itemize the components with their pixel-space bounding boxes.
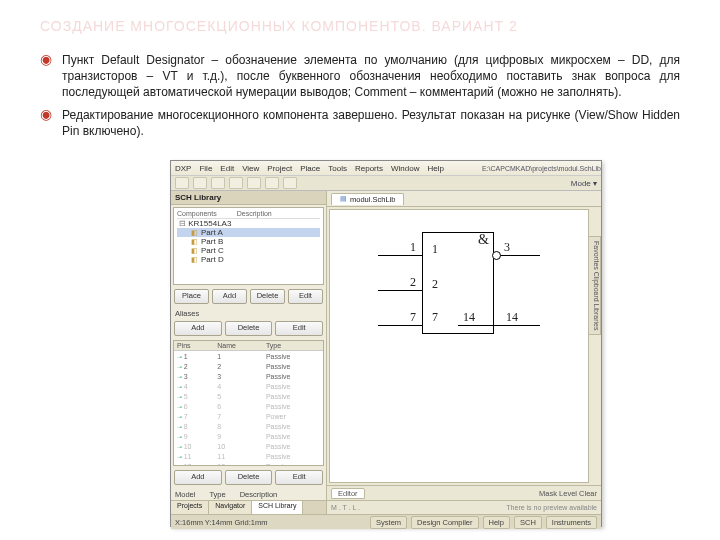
menu-tools[interactable]: Tools (328, 164, 347, 173)
toolbar-btn[interactable] (211, 177, 225, 189)
left-bottom-tabs[interactable]: Projects Navigator SCH Library (171, 500, 326, 514)
status-instr[interactable]: Instruments (546, 516, 597, 529)
menu-window[interactable]: Window (391, 164, 419, 173)
pin-edit-button[interactable]: Edit (275, 470, 323, 485)
pin-label: 14 (463, 310, 475, 325)
preview-note: There is no preview available (506, 504, 597, 511)
pin-row[interactable]: 11Passive (174, 351, 323, 362)
part-icon (191, 255, 198, 264)
document-tabs[interactable]: modul.SchLib (327, 191, 601, 207)
pin-label: 14 (506, 310, 518, 325)
pin-row[interactable]: 44Passive (174, 381, 323, 391)
status-sch[interactable]: SCH (514, 516, 542, 529)
status-design[interactable]: Design Compiler (411, 516, 478, 529)
pin-label: 1 (410, 240, 416, 255)
menu-reports[interactable]: Reports (355, 164, 383, 173)
pin-row[interactable]: 1111Passive (174, 451, 323, 461)
pin-row[interactable]: 66Passive (174, 401, 323, 411)
components-tree[interactable]: Components Description KR1554LA3 Part A … (173, 207, 324, 285)
toolbar-btn[interactable] (265, 177, 279, 189)
col-components: Components (177, 210, 217, 217)
canvas[interactable]: & 1 2 3 1 2 7 7 14 14 (329, 209, 589, 483)
toolbar-btn[interactable] (175, 177, 189, 189)
alias-delete-button[interactable]: Delete (225, 321, 273, 336)
bullet-1: Пункт Default Designator – обозначение э… (62, 52, 680, 101)
editor-tab[interactable]: Editor (331, 488, 365, 499)
pin-label: 3 (504, 240, 510, 255)
doc-tab[interactable]: modul.SchLib (331, 193, 404, 205)
pin-row[interactable]: 99Passive (174, 431, 323, 441)
pin-row[interactable]: 22Passive (174, 361, 323, 371)
bullet-2: Редактирование многосекционного компонен… (62, 107, 680, 139)
tree-part-d[interactable]: Part D (177, 255, 320, 264)
menu-place[interactable]: Place (300, 164, 320, 173)
part-icon (191, 246, 198, 255)
menu-help[interactable]: Help (427, 164, 443, 173)
type-col: Type (263, 341, 323, 351)
statusbar: X:16mm Y:14mm Grid:1mm System Design Com… (171, 514, 601, 529)
inversion-bubble (492, 251, 501, 260)
left-panel: SCH Library Components Description KR155… (171, 191, 327, 514)
col-description: Description (237, 210, 272, 217)
menu-file[interactable]: File (199, 164, 212, 173)
status-help[interactable]: Help (483, 516, 510, 529)
tree-part-c[interactable]: Part C (177, 246, 320, 255)
menu-view[interactable]: View (242, 164, 259, 173)
app-window: DXP File Edit View Project Place Tools R… (170, 160, 602, 527)
pin-row[interactable]: 88Passive (174, 421, 323, 431)
pin-row[interactable]: 77Power (174, 411, 323, 421)
tree-root[interactable]: KR1554LA3 (177, 219, 320, 228)
pin-line (378, 325, 422, 326)
right-vert-tabs[interactable]: Favorites Clipboard Libraries (588, 236, 601, 335)
menu-dxp[interactable]: DXP (175, 164, 191, 173)
menu-edit[interactable]: Edit (220, 164, 234, 173)
name-col: Name (214, 341, 263, 351)
pin-line (378, 255, 422, 256)
mask-level[interactable]: Mask Level Clear (539, 489, 597, 498)
pins-col: Pins (174, 341, 214, 351)
pin-label: 1 (432, 242, 438, 257)
tab-navigator[interactable]: Navigator (209, 501, 252, 514)
toolbar-btn[interactable] (247, 177, 261, 189)
pin-row[interactable]: 33Passive (174, 371, 323, 381)
body-text: ◉ Пункт Default Designator – обозначение… (40, 52, 680, 145)
pins-table[interactable]: Pins Name Type 11Passive22Passive33Passi… (173, 340, 324, 466)
toolbar-btn[interactable] (193, 177, 207, 189)
component-symbol-amp: & (478, 232, 489, 248)
alias-add-button[interactable]: Add (174, 321, 222, 336)
toolbar-btn[interactable] (229, 177, 243, 189)
edit-button[interactable]: Edit (288, 289, 323, 304)
status-coords: X:16mm Y:14mm Grid:1mm (175, 518, 267, 527)
toolbar-btn[interactable] (283, 177, 297, 189)
desc-col: Description (240, 490, 278, 499)
pin-delete-button[interactable]: Delete (225, 470, 273, 485)
tab-projects[interactable]: Projects (171, 501, 209, 514)
place-button[interactable]: Place (174, 289, 209, 304)
model-col: Model (175, 490, 195, 499)
add-button[interactable]: Add (212, 289, 247, 304)
mode-dropdown[interactable]: Mode ▾ (571, 179, 597, 188)
bullet-marker: ◉ (40, 52, 52, 101)
status-system[interactable]: System (370, 516, 407, 529)
tab-schlib[interactable]: SCH Library (252, 501, 303, 514)
type-col2: Type (209, 490, 225, 499)
pin-row[interactable]: 55Passive (174, 391, 323, 401)
path-field: E:\CAPCMKAD\projects\modul.SchLib (482, 165, 601, 172)
alias-edit-button[interactable]: Edit (275, 321, 323, 336)
pin-line (378, 290, 422, 291)
delete-button[interactable]: Delete (250, 289, 285, 304)
tree-part-b[interactable]: Part B (177, 237, 320, 246)
menu-project[interactable]: Project (267, 164, 292, 173)
pin-label: 2 (410, 275, 416, 290)
pin-line (496, 255, 540, 256)
mask-left: M . T . L . (331, 504, 360, 511)
pin-row[interactable]: 1212Passive (174, 461, 323, 466)
bullet-marker: ◉ (40, 107, 52, 139)
pin-add-button[interactable]: Add (174, 470, 222, 485)
pin-line (458, 325, 540, 326)
panel-title: SCH Library (171, 191, 326, 205)
tree-part-a[interactable]: Part A (177, 228, 320, 237)
menubar[interactable]: DXP File Edit View Project Place Tools R… (171, 161, 601, 176)
toolbar: Mode ▾ (171, 176, 601, 191)
pin-row[interactable]: 1010Passive (174, 441, 323, 451)
